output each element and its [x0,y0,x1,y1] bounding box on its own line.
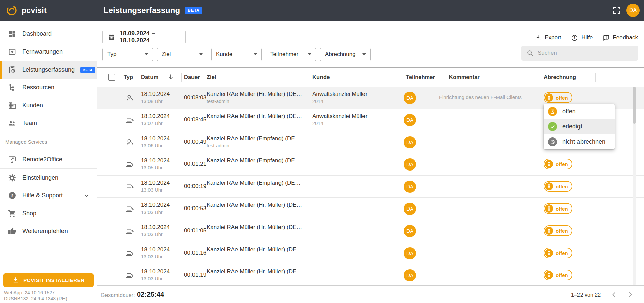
col-header-kunde[interactable]: Kunde [312,74,330,80]
menu-item-nicht-abrechnen[interactable]: nicht abrechnen [544,134,615,149]
export-button[interactable]: Export [534,34,561,41]
sidebar-item-team[interactable]: Team [0,114,97,132]
avatar: DA [404,92,416,104]
user-avatar[interactable]: DA [626,4,640,17]
search-box[interactable] [521,46,638,61]
sidebar-item-label: Kunden [22,102,43,109]
col-header-abrechnung[interactable]: Abrechnung [544,74,576,80]
status-badge[interactable]: offen [544,203,572,214]
status-badge[interactable]: offen [544,248,572,258]
pagination-prev-icon[interactable] [610,291,618,299]
filter-teilnehmer[interactable]: Teilnehmer [266,48,316,61]
brand-name: pcvisit [22,6,47,15]
row-date: 18.10.2024 [141,201,170,209]
help-button[interactable]: ? Hilfe [571,34,593,41]
sidebar-item-fernwartungen[interactable]: Fernwartungen [0,43,97,61]
divider [400,73,400,82]
thumb-up-icon [8,227,16,236]
col-header-dauer[interactable]: Dauer [184,74,200,80]
row-duration: 00:00:19 [184,183,206,190]
feedback-button[interactable]: Feedback [603,34,638,41]
col-header-kommentar[interactable]: Kommentar [449,74,480,80]
filter-ziel[interactable]: Ziel [157,48,207,61]
filter-kunde[interactable]: Kunde [211,48,262,61]
select-all-checkbox[interactable] [108,74,115,81]
sidebar-item-shop[interactable]: Shop [0,204,97,222]
row-date: 18.10.2024 [141,157,170,164]
sidebar-item-ressourcen[interactable]: Ressourcen [0,79,97,97]
row-billing-cell: offen [544,225,572,236]
col-header-teilnehmer[interactable]: Teilnehmer [406,74,435,80]
row-type [125,204,135,214]
row-date: 18.10.2024 [141,224,170,231]
search-input[interactable] [538,50,628,56]
remote-box-icon [8,48,16,56]
table-row[interactable]: 18.10.2024 13:03 Uhr 00:01:16 Kanzlei RA… [97,242,644,264]
sidebar-item-hilfe-support[interactable]: ? Hilfe & Support [0,187,97,204]
row-participant-cell: DA [404,158,416,171]
row-type [125,137,135,147]
row-target: Kanzlei RAe Müller (Empfang) (DE… [207,135,307,142]
sidebar-item-einstellungen[interactable]: Einstellungen [0,169,97,187]
divider [138,73,138,82]
status-badge[interactable]: offen [544,181,572,192]
row-participant-cell: DA [404,136,416,148]
version-client: DRSNB132: 24.9.4.1348 (RH) [4,296,67,301]
status-badge[interactable]: offen [544,92,572,103]
menu-item-offen[interactable]: offen [544,104,615,119]
sidebar-item-dashboard[interactable]: Dashboard [0,25,97,43]
col-header-typ[interactable]: Typ [124,74,133,80]
divider [204,73,204,82]
date-range-picker[interactable]: 18.09.2024 – 18.10.2024 [102,30,186,44]
col-header-ziel[interactable]: Ziel [207,74,216,80]
sidebar-item-leistungserfassung[interactable]: Leistungserfassung BETA [0,61,97,79]
status-badge[interactable]: offen [544,270,572,280]
col-header-datum[interactable]: Datum [141,74,158,80]
install-pcvisit-button[interactable]: PCVISIT INSTALLIEREN [3,273,94,287]
table-row[interactable]: 18.10.2024 13:03 Uhr 00:01:19 Kanzlei RA… [97,264,644,285]
sidebar-item-weiterempfehlen[interactable]: Weiterempfehlen [0,222,97,240]
row-date-cell: 18.10.2024 13:03 Uhr [141,179,170,193]
table-row[interactable]: 18.10.2024 13:05 Uhr 00:01:21 Kanzlei RA… [97,153,644,176]
row-target: Kanzlei RAe Müller (Empfang) (DE… [207,179,307,187]
total-duration-value: 02:25:44 [137,291,164,298]
row-billing-cell: offen [544,248,572,258]
sidebar-item-kunden[interactable]: Kunden [0,97,97,114]
sidebar-item-label: Team [22,120,37,127]
hourglass-icon [545,93,553,102]
status-badge[interactable]: offen [544,159,572,169]
row-target: Kanzlei RAe Müller (Hr. Müller) (DE… [207,201,307,209]
sidebar-item-label: Einstellungen [22,174,58,181]
remote-session-icon [125,159,135,169]
help-circle-icon: ? [8,191,16,200]
filter-typ[interactable]: Typ [102,48,153,61]
person-session-icon [125,137,135,147]
avatar: DA [404,114,416,126]
chevron-down-icon[interactable] [83,192,90,199]
row-type [125,159,135,169]
row-date-cell: 18.10.2024 13:05 Uhr [141,157,170,171]
status-badge[interactable]: offen [544,225,572,236]
avatar: DA [404,181,416,193]
sort-descending-icon[interactable] [167,73,174,81]
table-scrollbar[interactable] [633,87,636,285]
table-row[interactable]: 18.10.2024 13:03 Uhr 00:00:19 Kanzlei RA… [97,176,644,198]
pagination-next-icon[interactable] [626,291,634,299]
status-badge-label: offen [556,95,568,101]
row-time: 13:03 Uhr [141,231,170,238]
table-row[interactable]: 18.10.2024 13:03 Uhr 00:00:53 Kanzlei RA… [97,198,644,220]
fullscreen-icon[interactable] [612,6,621,15]
table-row[interactable]: 18.10.2024 13:03 Uhr 00:01:05 Kanzlei RA… [97,220,644,242]
remote-session-icon [125,115,135,125]
scrollbar-thumb[interactable] [633,87,636,124]
menu-item-erledigt[interactable]: erledigt [544,119,615,134]
sidebar-item-remote2office[interactable]: Remote2Office [0,151,97,168]
date-range-value: 18.09.2024 – 18.10.2024 [120,30,185,44]
row-date-cell: 18.10.2024 13:03 Uhr [141,246,170,260]
row-date-cell: 18.10.2024 13:03 Uhr [141,201,170,216]
divider [97,285,644,286]
svg-text:?: ? [574,36,576,40]
row-date-cell: 18.10.2024 13:03 Uhr [141,224,170,238]
remote-session-icon [125,182,135,192]
filter-abrechnung[interactable]: Abrechnung [320,48,371,61]
